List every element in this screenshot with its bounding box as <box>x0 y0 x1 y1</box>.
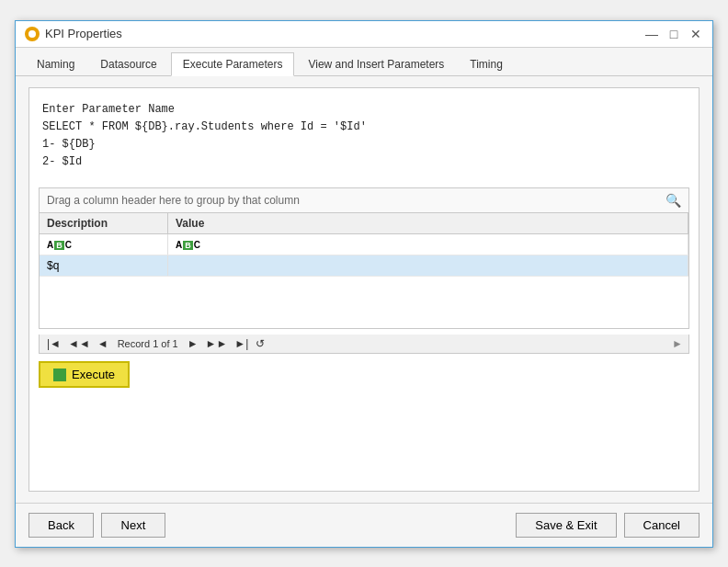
inner-panel: Enter Parameter Name SELECT * FROM ${DB}… <box>28 87 700 492</box>
group-header-text: Drag a column header here to group by th… <box>47 194 300 207</box>
abc-badge-desc: ABC <box>47 240 72 250</box>
nav-last-button[interactable]: ►| <box>233 337 250 350</box>
nav-prev-page-button[interactable]: ◄◄ <box>66 337 92 350</box>
title-bar: KPI Properties — □ ✕ <box>16 21 712 48</box>
nav-first-button[interactable]: |◄ <box>45 337 63 350</box>
parameters-table: Description Value ABC ABC <box>39 213 689 329</box>
tab-naming[interactable]: Naming <box>25 52 86 76</box>
close-button[interactable]: ✕ <box>688 27 703 41</box>
empty-row-2 <box>40 302 688 328</box>
tab-execute-parameters[interactable]: Execute Parameters <box>171 52 295 76</box>
sql-line-2: SELECT * FROM ${DB}.ray.Students where I… <box>42 119 686 136</box>
cell-description-1: ABC <box>40 234 168 255</box>
maximize-button[interactable]: □ <box>666 27 681 41</box>
nav-scroll-right: ► <box>672 337 683 350</box>
cancel-button[interactable]: Cancel <box>624 513 700 538</box>
title-bar-left: KPI Properties <box>25 27 122 41</box>
table-body: ABC ABC $q <box>40 234 688 328</box>
col-header-value: Value <box>168 213 688 233</box>
tab-view-insert[interactable]: View and Insert Parameters <box>296 52 456 76</box>
minimize-button[interactable]: — <box>644 27 659 41</box>
footer-left: Back Next <box>28 513 165 538</box>
sql-line-3: 1- ${DB} <box>42 136 686 153</box>
nav-refresh-button[interactable]: ↺ <box>254 337 267 350</box>
cell-value-1: ABC <box>168 234 688 255</box>
footer: Back Next Save & Exit Cancel <box>16 503 712 547</box>
cell-value-2 <box>168 255 688 276</box>
title-controls: — □ ✕ <box>644 27 703 41</box>
execute-button[interactable]: Execute <box>39 361 130 388</box>
sql-line-4: 2- $Id <box>42 153 686 171</box>
sql-text-area[interactable]: Enter Parameter Name SELECT * FROM ${DB}… <box>39 97 689 176</box>
empty-row-1 <box>40 277 688 302</box>
tab-timing[interactable]: Timing <box>458 52 515 76</box>
window-title: KPI Properties <box>45 27 122 40</box>
table-header: Description Value <box>40 213 688 234</box>
save-exit-button[interactable]: Save & Exit <box>516 513 616 538</box>
table-row[interactable]: $q <box>40 255 688 277</box>
main-window: KPI Properties — □ ✕ Naming Datasource E… <box>15 20 713 548</box>
execute-label: Execute <box>72 368 115 381</box>
tabs-row: Naming Datasource Execute Parameters Vie… <box>16 48 712 76</box>
search-icon[interactable]: 🔍 <box>665 193 681 208</box>
back-button[interactable]: Back <box>28 513 94 538</box>
record-nav-text: Record 1 of 1 <box>118 338 178 349</box>
tab-datasource[interactable]: Datasource <box>88 52 168 76</box>
execute-icon <box>53 369 66 381</box>
footer-right: Save & Exit Cancel <box>516 513 700 538</box>
group-header-bar: Drag a column header here to group by th… <box>39 187 689 213</box>
sql-line-1: Enter Parameter Name <box>42 101 686 119</box>
nav-prev-button[interactable]: ◄ <box>96 337 110 350</box>
nav-next-button[interactable]: ► <box>186 337 200 350</box>
app-icon <box>25 27 40 41</box>
table-row[interactable]: ABC ABC <box>40 234 688 255</box>
cell-desc-text: $q <box>47 259 59 272</box>
col-header-description: Description <box>40 213 168 233</box>
abc-badge-val: ABC <box>176 240 200 250</box>
record-nav: |◄ ◄◄ ◄ Record 1 of 1 ► ►► ►| ↺ ► <box>39 335 689 354</box>
next-button[interactable]: Next <box>101 513 165 538</box>
cell-description-2: $q <box>40 255 168 276</box>
main-content: Enter Parameter Name SELECT * FROM ${DB}… <box>16 76 712 503</box>
nav-next-page-button[interactable]: ►► <box>204 337 230 350</box>
